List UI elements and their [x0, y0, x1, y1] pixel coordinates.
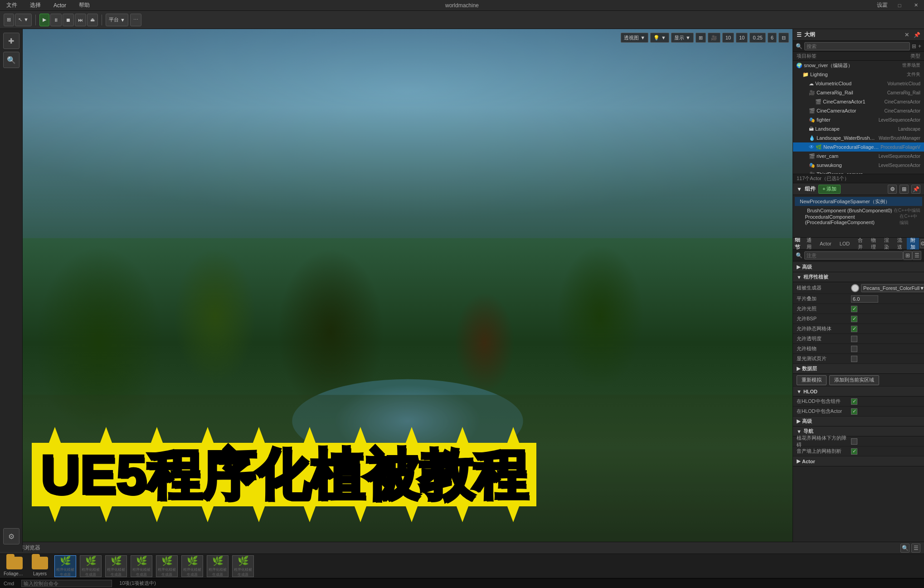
left-tool-2[interactable]: 🔍 [3, 52, 19, 68]
outliner-row[interactable]: 👁🌿NewProceduralFoliageSpawnerProceduralF… [793, 142, 924, 152]
outliner-close[interactable]: ✕ [905, 32, 909, 38]
outliner-row[interactable]: 🎭fighterLevelSequenceActor [793, 115, 924, 124]
outliner-row[interactable]: 🎭sunwukongLevelSequenceActor [793, 161, 924, 170]
hlod-comp-check[interactable]: ✓ [851, 398, 857, 405]
section-advanced2[interactable]: ▶ 高级 [793, 416, 924, 426]
vp-perspective-btn[interactable]: 透视图 ▼ [621, 33, 648, 43]
outliner-row[interactable]: 🎬river_camLevelSequenceActor [793, 152, 924, 161]
outliner-row[interactable]: ☁VolumetricCloudVolumetricCloud [793, 79, 924, 88]
tile-overlap-input[interactable] [851, 295, 878, 303]
asset-thumb[interactable]: 🌿Pecans_Forest_ Red程序化植被生成器 [131, 555, 152, 577]
outliner-add-btn[interactable]: + [918, 43, 921, 49]
comp-add-btn[interactable]: + 添加 [818, 185, 841, 194]
vp-speed-btn[interactable]: 0.25 [749, 33, 765, 43]
menu-actor[interactable]: Actor [51, 1, 69, 10]
section-actor[interactable]: ▶ Actor [793, 456, 924, 466]
vp-show-btn[interactable]: 显示 ▼ [671, 33, 694, 43]
allow-static-check[interactable]: ✓ [851, 326, 857, 332]
outliner-view-btn[interactable]: ⊞ [912, 43, 916, 49]
vp-options-btn[interactable]: ⊟ [778, 33, 789, 43]
nav-2-check[interactable]: ✓ [851, 448, 857, 455]
section-advanced[interactable]: ▶ 高级 [793, 262, 924, 272]
hlod-actor-check[interactable]: ✓ [851, 408, 857, 415]
outliner-search-input[interactable] [804, 42, 910, 50]
comp-pin-btn[interactable]: 📌 [911, 185, 920, 194]
outliner-row[interactable]: 🌍snow_river（编辑器）世界场景 [793, 61, 924, 70]
section-advanced2-label: 高级 [802, 418, 812, 425]
menu-select[interactable]: 选择 [27, 0, 44, 10]
vp-lit-btn[interactable]: 💡 ▼ [650, 33, 669, 43]
allow-foliage-check[interactable] [851, 346, 857, 352]
allow-translucency-check[interactable] [851, 336, 857, 342]
prop-tile-overlap: 平片叠加 [793, 294, 924, 304]
section-datalayer[interactable]: ▶ 数据层 [793, 364, 924, 374]
tab-lod[interactable]: LOD [836, 240, 854, 247]
eject-btn[interactable]: ⏏ [87, 14, 98, 26]
allow-bsp-check[interactable]: ✓ [851, 316, 857, 322]
details-view-btn[interactable]: ⊞ [903, 251, 912, 260]
asset-folder[interactable]: FoliageTypes [4, 555, 25, 577]
details-content[interactable]: ▶ 高级 ▼ 程序性植被 植被生成器 Pecans_Forest_ColorFu… [793, 261, 924, 552]
asset-thumb[interactable]: 🌿NewProcedural FoliageSpawner程序化植被生成器 [54, 555, 76, 577]
cb-tools: 🔍 ☰ [900, 544, 920, 553]
outliner-row[interactable]: 💧Landscape_WaterBrushManagerWaterBrushMa… [793, 133, 924, 142]
comp-settings-btn[interactable]: ⚙ [888, 185, 897, 194]
details-list-btn[interactable]: ☰ [912, 251, 921, 260]
platform-btn[interactable]: 平台 ▼ [106, 14, 128, 26]
section-foliage[interactable]: ▼ 程序性植被 [793, 272, 924, 282]
asset-folder[interactable]: Layers [29, 555, 51, 577]
outliner-row[interactable]: 🏔LandscapeLandscape [793, 124, 924, 133]
details-search-input[interactable] [804, 251, 903, 260]
comp-row[interactable]: ProceduralComponent (ProceduralFoliageCo… [795, 215, 922, 224]
viewport[interactable]: UE5程序化植被教程 透视图 ▼ 💡 ▼ 显示 ▼ ⊞ 🎥 10 10 0.25… [23, 29, 793, 552]
vp-num1[interactable]: 10 [722, 33, 734, 43]
vp-camera-btn[interactable]: 🎥 [708, 33, 720, 43]
asset-thumb[interactable]: 🌿Rocks程序化植被生成器 [181, 555, 203, 577]
outliner-row[interactable]: 🎥ThirdPerson_camera [793, 170, 924, 174]
minimize-btn[interactable]: — [875, 0, 891, 11]
outliner-row[interactable]: 🎥CameraRig_RailCameraRig_Rail [793, 88, 924, 97]
outliner-row[interactable]: 📁Lighting文件夹 [793, 70, 924, 79]
cmd-input[interactable] [21, 580, 112, 587]
menu-file[interactable]: 文件 [4, 0, 20, 10]
visibility-icon[interactable]: 👁 [809, 144, 814, 150]
outliner-content[interactable]: 🌍snow_river（编辑器）世界场景📁Lighting文件夹☁Volumet… [793, 61, 924, 174]
nav-1-check[interactable] [851, 438, 857, 445]
toolbar-select-btn[interactable]: ↖ ▼ [15, 14, 32, 26]
asset-thumb[interactable]: 🌿Pecans_Forest_ Green程序化植被生成器 [105, 555, 127, 577]
left-settings[interactable]: ⚙ [3, 528, 19, 544]
generator-arrow: ▼ [919, 285, 924, 291]
maximize-btn[interactable]: □ [891, 0, 908, 11]
pause-btn[interactable]: ⏸ [50, 14, 62, 26]
comp-row[interactable]: NewProceduralFoliageSpawner（实例） [795, 197, 922, 206]
cb-filter-btn[interactable]: ☰ [911, 544, 920, 553]
asset-thumb[interactable]: 🌿Pecans_Forest_ Yellow程序化植被生成器 [156, 555, 178, 577]
comp-view-btn[interactable]: ⊞ [900, 185, 909, 194]
vp-num3[interactable]: 6 [768, 33, 777, 43]
toolbar-more-btn[interactable]: ⋯ [130, 14, 141, 26]
show-test-tiles-check[interactable] [851, 356, 857, 362]
outliner-row[interactable]: 🎬CineCameraActorCineCameraActor [793, 106, 924, 115]
allow-light-check[interactable]: ✓ [851, 306, 857, 312]
outliner-pin[interactable]: 📌 [914, 32, 920, 38]
generator-dropdown[interactable]: Pecans_Forest_ColorFull ▼ [861, 284, 924, 292]
menu-help[interactable]: 帮助 [76, 0, 92, 10]
refresh-btn[interactable]: 重新模拟 [797, 375, 827, 385]
details-settings-btn[interactable]: ⚙ [920, 239, 924, 248]
skip-btn[interactable]: ⏭ [75, 14, 86, 26]
asset-thumb[interactable]: 🌿StonePine_ StonePaw...程序化植被生成器 [207, 555, 229, 577]
section-hlod[interactable]: ▼ HLOD [793, 387, 924, 397]
toolbar-mode-btn[interactable]: ⊞ [4, 14, 14, 26]
play-btn[interactable]: ▶ [39, 14, 49, 26]
vp-grid-btn[interactable]: ⊞ [695, 33, 706, 43]
left-tool-1[interactable]: ✚ [3, 33, 19, 49]
vp-num2[interactable]: 10 [736, 33, 748, 43]
cb-search-btn[interactable]: 🔍 [900, 544, 909, 553]
asset-thumb[interactable]: 🌿Pecans_Forest_ ColorFull程序化植被生成器 [80, 555, 102, 577]
stop-btn[interactable]: ⏹ [63, 14, 74, 26]
asset-thumb[interactable]: 🌿Traditional StonePaw...程序化植被生成器 [232, 555, 254, 577]
tab-actor[interactable]: Actor [816, 240, 835, 247]
outliner-row[interactable]: 🎬CineCameraActor1CineCameraActor [793, 97, 924, 106]
add-tile-btn[interactable]: 添加到当前实区域 [829, 375, 879, 385]
close-btn[interactable]: ✕ [908, 0, 924, 11]
